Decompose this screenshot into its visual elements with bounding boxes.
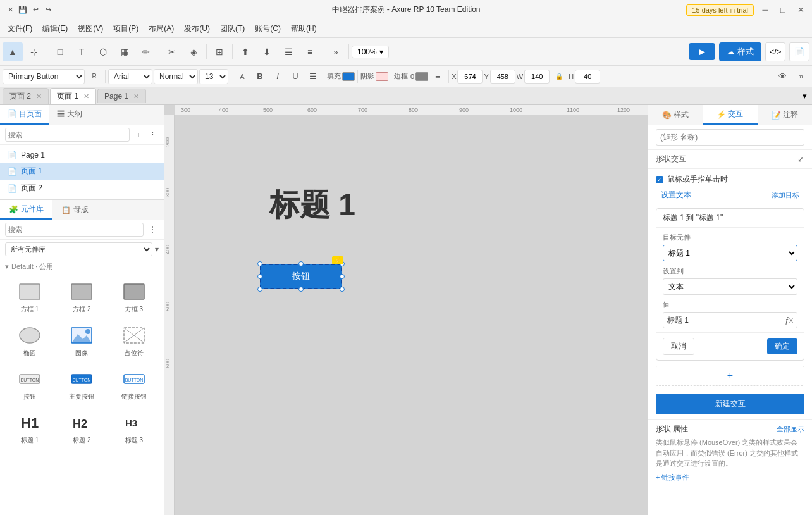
preview-btn[interactable]: ▶ bbox=[689, 43, 715, 60]
list-btn[interactable]: ☰ bbox=[305, 69, 321, 84]
handle-tm[interactable] bbox=[298, 261, 304, 266]
more-format-btn[interactable]: » bbox=[793, 69, 809, 84]
master-tab[interactable]: 📋 母版 bbox=[52, 200, 97, 220]
note-tab[interactable]: 📝 注释 bbox=[758, 105, 812, 125]
interact-tab[interactable]: ⚡ 交互 bbox=[703, 105, 757, 125]
rectangle-tool[interactable]: □ bbox=[50, 42, 70, 61]
tab-page2[interactable]: 页面 2 ✕ bbox=[3, 88, 49, 104]
comp-h1[interactable]: H1 标题 1 bbox=[5, 407, 54, 449]
shape-name-input[interactable] bbox=[656, 129, 804, 146]
menu-team[interactable]: 团队(T) bbox=[215, 21, 250, 37]
handle-tl[interactable] bbox=[257, 261, 262, 266]
page-item-page1[interactable]: 📄 Page 1 bbox=[0, 147, 164, 163]
crop-tool[interactable]: ✂ bbox=[162, 42, 182, 61]
more-tools[interactable]: » bbox=[326, 42, 346, 61]
comp-more-btn[interactable]: ⋮ bbox=[146, 223, 159, 236]
comp-ellipse[interactable]: 椭圆 bbox=[5, 320, 54, 361]
zoom-selector[interactable]: 100% ▾ bbox=[352, 46, 389, 58]
title-element[interactable]: 标题 1 bbox=[269, 185, 355, 225]
style-tab[interactable]: 🎨 样式 bbox=[648, 105, 703, 125]
menu-publish[interactable]: 发布(U) bbox=[179, 21, 215, 37]
element-type-select[interactable]: Primary Button bbox=[3, 69, 85, 84]
menu-help[interactable]: 帮助(H) bbox=[286, 21, 322, 37]
add-page-btn[interactable]: + bbox=[132, 128, 145, 141]
underline-btn[interactable]: U bbox=[287, 69, 304, 84]
page-item-page2[interactable]: 📄 页面 2 bbox=[0, 180, 164, 197]
add-target-btn[interactable]: 添加目标 bbox=[772, 190, 799, 200]
page-search-input[interactable] bbox=[5, 128, 130, 142]
tab-page1[interactable]: 页面 1 ✕ bbox=[50, 88, 96, 104]
comp-image[interactable]: 图像 bbox=[57, 320, 106, 361]
shadow-color-swatch[interactable] bbox=[376, 72, 388, 81]
comp-primary-button[interactable]: BUTTON 主要按钮 bbox=[57, 364, 106, 405]
handle-mr[interactable] bbox=[340, 274, 345, 279]
trigger-checkbox[interactable]: ✓ bbox=[656, 176, 663, 183]
menu-file[interactable]: 文件(F) bbox=[3, 21, 37, 37]
comp-library-tab[interactable]: 🧩 元件库 bbox=[0, 200, 52, 220]
shape-tool[interactable]: ⬡ bbox=[93, 42, 113, 61]
share-btn[interactable]: ☁ 样式 bbox=[719, 42, 761, 61]
comp-square1[interactable]: 方框 1 bbox=[5, 276, 54, 318]
format-style-btn[interactable]: R bbox=[86, 69, 102, 84]
comp-square3[interactable]: 方框 3 bbox=[109, 276, 159, 318]
border-color-swatch[interactable] bbox=[415, 72, 428, 81]
menu-account[interactable]: 账号(C) bbox=[250, 21, 286, 37]
x-input[interactable] bbox=[457, 70, 483, 84]
align-left-tool[interactable]: ☰ bbox=[278, 42, 298, 61]
select-tool[interactable]: ▲ bbox=[3, 42, 23, 61]
tab-page2-close[interactable]: ✕ bbox=[36, 92, 42, 101]
bold-btn[interactable]: B bbox=[252, 69, 268, 84]
page-item-page1-cn[interactable]: 📄 页面 1 bbox=[0, 163, 164, 180]
add-action-btn[interactable]: + bbox=[656, 366, 804, 386]
table-tool[interactable]: ▦ bbox=[114, 42, 135, 61]
redo-btn[interactable]: ↪ bbox=[43, 5, 53, 15]
minimize-btn[interactable]: ─ bbox=[759, 4, 772, 16]
undo-btn[interactable]: ↩ bbox=[30, 5, 40, 15]
h-input[interactable] bbox=[575, 70, 600, 84]
save-btn[interactable]: 💾 bbox=[18, 5, 28, 15]
library-expand-btn[interactable]: ▾ bbox=[155, 245, 159, 254]
cancel-btn[interactable]: 取消 bbox=[663, 338, 694, 355]
fill-color-swatch[interactable] bbox=[342, 72, 355, 81]
menu-layout[interactable]: 布局(A) bbox=[144, 21, 179, 37]
handle-bm[interactable] bbox=[298, 287, 304, 292]
handle-ml[interactable] bbox=[257, 274, 262, 279]
linked-events-btn[interactable]: + 链接事件 bbox=[656, 473, 804, 482]
font-color-btn[interactable]: A bbox=[234, 69, 250, 84]
align-right-tool[interactable]: ≡ bbox=[300, 42, 320, 61]
comp-button[interactable]: BUTTON 按钮 bbox=[5, 364, 54, 405]
pen-tool[interactable]: ✏ bbox=[136, 42, 156, 61]
handle-bl[interactable] bbox=[257, 287, 262, 292]
align-bottom-tool[interactable]: ⬇ bbox=[257, 42, 277, 61]
comp-h3[interactable]: H3 标题 3 bbox=[109, 407, 159, 449]
page-tab[interactable]: 📄 目页面 bbox=[0, 105, 49, 125]
border-style-btn[interactable]: ≡ bbox=[429, 69, 446, 84]
comp-placeholder[interactable]: 占位符 bbox=[109, 320, 159, 361]
fx-btn[interactable]: ƒx bbox=[785, 316, 793, 325]
font-size-select[interactable]: 13 bbox=[199, 69, 228, 84]
menu-edit[interactable]: 编辑(E) bbox=[37, 21, 73, 37]
maximize-btn[interactable]: □ bbox=[777, 4, 789, 16]
code-btn[interactable]: </> bbox=[765, 42, 785, 61]
w-input[interactable] bbox=[524, 70, 550, 84]
lock-ratio-btn[interactable]: 🔒 bbox=[551, 69, 567, 84]
new-interaction-btn[interactable]: 新建交互 bbox=[656, 394, 804, 414]
fit-screen-tool[interactable]: ⊞ bbox=[209, 42, 230, 61]
comp-search-input[interactable] bbox=[5, 223, 144, 237]
menu-project[interactable]: 项目(P) bbox=[108, 21, 144, 37]
canvas-button[interactable]: 按钮 bbox=[260, 264, 342, 289]
tab-page1-close[interactable]: ✕ bbox=[83, 92, 89, 101]
close-btn[interactable]: ✕ bbox=[794, 4, 807, 16]
visibility-btn[interactable]: 👁 bbox=[774, 69, 790, 84]
font-family-select[interactable]: Arial bbox=[108, 69, 152, 84]
text-tool[interactable]: T bbox=[71, 42, 92, 61]
expand-icon[interactable]: ⤢ bbox=[797, 154, 804, 164]
outline-tab[interactable]: ☰ 大纲 bbox=[49, 105, 89, 125]
set-to-select[interactable]: 文本 bbox=[663, 278, 797, 295]
italic-btn[interactable]: I bbox=[269, 69, 286, 84]
show-all-btn[interactable]: 全部显示 bbox=[777, 425, 804, 434]
tab-page1-en[interactable]: Page 1 ✕ bbox=[97, 89, 146, 103]
comp-square2[interactable]: 方框 2 bbox=[57, 276, 106, 318]
handle-br[interactable] bbox=[340, 287, 345, 292]
point-edit-tool[interactable]: ◈ bbox=[183, 42, 204, 61]
